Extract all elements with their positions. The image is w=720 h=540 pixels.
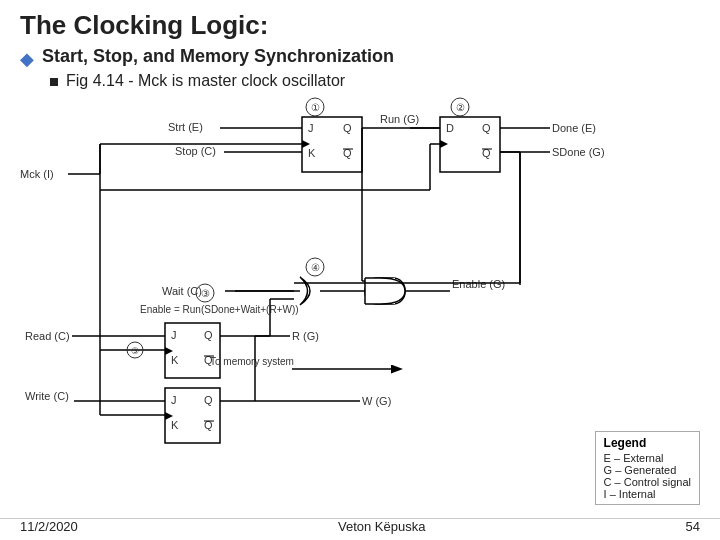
svg-text:R (G): R (G) [292,330,319,342]
legend-box: Legend E – External G – Generated C – Co… [595,431,700,505]
header: The Clocking Logic: [0,0,720,46]
svg-text:J: J [308,122,314,134]
bullet-primary-icon: ◆ [20,48,34,70]
svg-text:①: ① [311,102,320,113]
content-area: ◆ Start, Stop, and Memory Synchronizatio… [0,46,720,90]
svg-text:Mck (I): Mck (I) [20,168,54,180]
svg-text:J: J [171,329,177,341]
svg-text:K: K [171,354,179,366]
svg-text:Wait (C): Wait (C) [162,285,202,297]
legend-item-e: E – External [604,452,691,464]
legend-title: Legend [604,436,691,450]
secondary-text: Fig 4.14 - Mck is master clock oscillato… [66,72,345,90]
circuit-diagram: ① ② ③ ④ J K Q Q Strt (E) Stop (C) [10,95,710,475]
svg-text:Done (E): Done (E) [552,122,596,134]
slide: The Clocking Logic: ◆ Start, Stop, and M… [0,0,720,540]
svg-text:W (G): W (G) [362,395,391,407]
svg-text:D: D [446,122,454,134]
svg-text:Strt (E): Strt (E) [168,121,203,133]
bullet-secondary-icon [50,78,58,86]
svg-text:④: ④ [311,262,320,273]
svg-text:To memory system: To memory system [210,356,294,367]
footer-page: 54 [686,519,700,534]
svg-text:K: K [308,147,316,159]
svg-text:Q: Q [482,122,491,134]
diagram-area: ① ② ③ ④ J K Q Q Strt (E) Stop (C) [10,95,710,475]
main-title: The Clocking Logic: [20,10,700,41]
bullet-primary: ◆ Start, Stop, and Memory Synchronizatio… [20,46,700,70]
svg-text:Enable (G): Enable (G) [452,278,505,290]
legend-item-i: I – Internal [604,488,691,500]
legend-item-c: C – Control signal [604,476,691,488]
svg-text:Q: Q [204,329,213,341]
footer-date: 11/2/2020 [20,519,78,534]
svg-text:Enable = Run(SDone+Wait+(R+W)): Enable = Run(SDone+Wait+(R+W)) [140,304,299,315]
bullet-secondary: Fig 4.14 - Mck is master clock oscillato… [50,72,700,90]
footer-author: Veton Këpuska [338,519,425,534]
svg-text:②: ② [456,102,465,113]
legend-item-g: G – Generated [604,464,691,476]
svg-text:Run (G): Run (G) [380,113,419,125]
svg-text:K: K [171,419,179,431]
svg-text:Stop (C): Stop (C) [175,145,216,157]
svg-text:SDone (G): SDone (G) [552,146,605,158]
svg-text:③: ③ [131,346,139,356]
primary-text: Start, Stop, and Memory Synchronization [42,46,394,67]
svg-text:Write (C): Write (C) [25,390,69,402]
svg-text:J: J [171,394,177,406]
svg-text:Q: Q [204,394,213,406]
svg-text:Read (C): Read (C) [25,330,70,342]
footer: 11/2/2020 Veton Këpuska 54 [0,518,720,534]
svg-text:Q: Q [343,122,352,134]
